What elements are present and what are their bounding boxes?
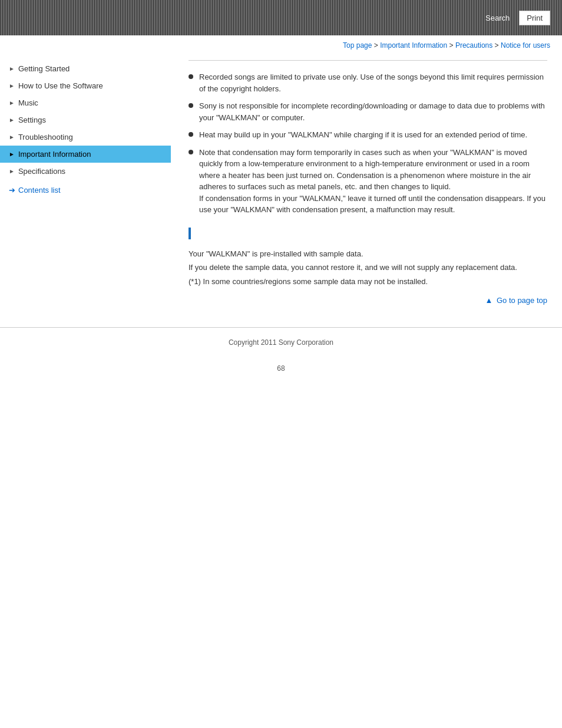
copyright-text: Copyright 2011 Sony Corporation xyxy=(229,338,333,347)
note-line-2: If you delete the sample data, you canno… xyxy=(189,262,547,274)
sidebar-item-troubleshooting[interactable]: ► Troubleshooting xyxy=(0,129,171,146)
breadcrumb-top-page[interactable]: Top page xyxy=(343,41,372,50)
arrow-right-icon: ➔ xyxy=(9,186,15,195)
page-number: 68 xyxy=(0,358,562,378)
bullet-list: Recorded songs are limited to private us… xyxy=(189,71,547,216)
sidebar-item-settings[interactable]: ► Settings xyxy=(0,111,171,129)
breadcrumb: Top page > Important Information > Preca… xyxy=(0,35,562,54)
sidebar-item-getting-started[interactable]: ► Getting Started xyxy=(0,60,171,77)
page-number-value: 68 xyxy=(277,364,285,373)
chevron-right-icon: ► xyxy=(9,151,15,157)
bullet-text: Recorded songs are limited to private us… xyxy=(199,71,547,94)
sidebar-item-label: Specifications xyxy=(18,167,65,176)
bullet-text: Note that condensation may form temporar… xyxy=(199,147,547,216)
sidebar-item-label: Important Information xyxy=(18,150,91,159)
go-to-top-link[interactable]: ▲ Go to page top xyxy=(485,296,547,305)
triangle-up-icon: ▲ xyxy=(485,296,492,305)
main-layout: ► Getting Started ► How to Use the Softw… xyxy=(0,54,562,327)
chevron-right-icon: ► xyxy=(9,65,15,72)
list-item: Note that condensation may form temporar… xyxy=(189,147,547,216)
bullet-dot xyxy=(189,132,193,137)
list-item: Recorded songs are limited to private us… xyxy=(189,71,547,94)
sidebar-item-label: Music xyxy=(18,98,38,107)
go-to-top-label: Go to page top xyxy=(497,296,547,305)
list-item: Heat may build up in your "WALKMAN" whil… xyxy=(189,129,547,141)
sidebar-item-label: Getting Started xyxy=(18,64,70,73)
search-button[interactable]: Search xyxy=(481,11,514,25)
bullet-text: Heat may build up in your "WALKMAN" whil… xyxy=(199,129,527,141)
sidebar: ► Getting Started ► How to Use the Softw… xyxy=(0,54,171,315)
note-line-1: Your "WALKMAN" is pre-installed with sam… xyxy=(189,248,547,261)
breadcrumb-precautions[interactable]: Precautions xyxy=(455,41,492,50)
note-section: Your "WALKMAN" is pre-installed with sam… xyxy=(189,248,547,288)
chevron-right-icon: ► xyxy=(9,117,15,123)
chevron-right-icon: ► xyxy=(9,83,15,89)
chevron-right-icon: ► xyxy=(9,168,15,174)
sidebar-item-label: Troubleshooting xyxy=(18,133,73,141)
go-to-top-section: ▲ Go to page top xyxy=(189,291,547,309)
sidebar-item-music[interactable]: ► Music xyxy=(0,94,171,111)
contents-list-label: Contents list xyxy=(18,186,61,195)
sidebar-item-important-information[interactable]: ► Important Information xyxy=(0,146,171,163)
sidebar-item-specifications[interactable]: ► Specifications xyxy=(0,163,171,180)
list-item: Sony is not responsible for incomplete r… xyxy=(189,100,547,123)
content-top-divider xyxy=(189,60,547,61)
print-button[interactable]: Print xyxy=(519,11,550,25)
content-area: Recorded songs are limited to private us… xyxy=(171,54,562,315)
sidebar-item-label: How to Use the Software xyxy=(18,81,103,90)
header-bar: Search Print xyxy=(0,0,562,35)
bullet-dot xyxy=(189,74,193,79)
bullet-dot xyxy=(189,150,193,154)
sidebar-item-how-to-use[interactable]: ► How to Use the Software xyxy=(0,77,171,94)
footer: Copyright 2011 Sony Corporation xyxy=(0,334,562,358)
contents-list-link[interactable]: ➔ Contents list xyxy=(0,180,171,200)
footer-divider xyxy=(0,327,562,328)
chevron-right-icon: ► xyxy=(9,134,15,140)
note-line-3: (*1) In some countries/regions some samp… xyxy=(189,276,547,288)
sidebar-item-label: Settings xyxy=(18,116,46,124)
chevron-right-icon: ► xyxy=(9,100,15,106)
bullet-dot xyxy=(189,103,193,108)
bullet-text: Sony is not responsible for incomplete r… xyxy=(199,100,547,123)
breadcrumb-notice-for-users[interactable]: Notice for users xyxy=(501,41,550,50)
blue-vertical-bar xyxy=(189,228,191,239)
blue-bar-section xyxy=(189,228,547,239)
breadcrumb-important-information[interactable]: Important Information xyxy=(380,41,447,50)
